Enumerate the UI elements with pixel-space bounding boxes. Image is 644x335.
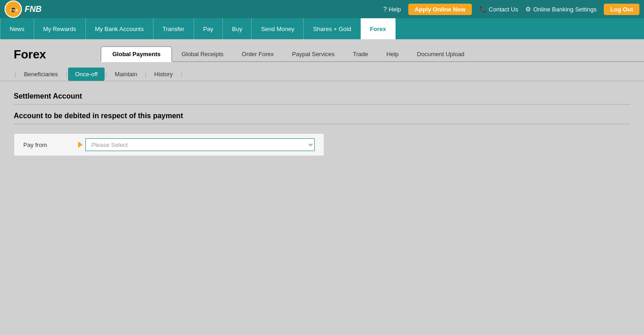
subnav-global-payments[interactable]: Global Payments	[100, 46, 172, 62]
phone-icon: 📞	[479, 5, 487, 13]
help-icon: ?	[383, 5, 387, 13]
top-bar: FNB FNB ? Help Apply Online Now 📞 Contac…	[0, 0, 644, 18]
debit-section-title: Account to be debited in respect of this…	[14, 112, 630, 124]
debit-section: Account to be debited in respect of this…	[14, 112, 630, 156]
nav-item-news[interactable]: News	[0, 18, 34, 39]
dropdown-arrow-icon	[78, 141, 83, 148]
tab-sep-2: |	[66, 71, 67, 78]
nav-item-send-money[interactable]: Send Money	[252, 18, 304, 39]
subnav-paypal-services[interactable]: Paypal Services	[283, 47, 343, 62]
pay-from-select[interactable]: Please Select	[85, 138, 315, 151]
top-bar-right: ? Help Apply Online Now 📞 Contact Us ⚙ O…	[383, 4, 639, 15]
fnb-logo: FNB FNB	[5, 0, 42, 18]
settings-link[interactable]: ⚙ Online Banking Settings	[525, 5, 596, 13]
fnb-logo-icon: FNB	[8, 4, 18, 14]
pay-from-row: Pay from Please Select	[14, 133, 324, 156]
subnav-global-receipts[interactable]: Global Receipts	[172, 47, 232, 62]
logout-button[interactable]: Log Out	[604, 4, 639, 15]
apply-online-button[interactable]: Apply Online Now	[408, 4, 472, 15]
contact-link[interactable]: 📞 Contact Us	[479, 5, 518, 13]
main-nav: News My Rewards My Bank Accounts Transfe…	[0, 18, 644, 39]
help-link[interactable]: ? Help	[383, 5, 401, 13]
gear-icon: ⚙	[525, 5, 531, 13]
forex-subnav: Global Payments Global Receipts Order Fo…	[100, 39, 644, 62]
nav-item-my-bank-accounts[interactable]: My Bank Accounts	[86, 18, 153, 39]
subnav-order-forex[interactable]: Order Forex	[232, 47, 283, 62]
logo-area: FNB FNB	[5, 0, 42, 18]
logo-circle: FNB	[5, 0, 22, 18]
tab-sep-1: |	[15, 71, 16, 78]
tab-sep-5: |	[180, 71, 182, 78]
nav-item-shares-gold[interactable]: Shares + Gold	[304, 18, 360, 39]
nav-item-transfer[interactable]: Transfer	[153, 18, 194, 39]
settings-label: Online Banking Settings	[533, 6, 596, 13]
tab-sep-4: |	[145, 71, 146, 78]
tab-once-off[interactable]: Once-off	[68, 68, 105, 81]
content-area: Forex Global Payments Global Receipts Or…	[0, 39, 644, 156]
nav-item-my-rewards[interactable]: My Rewards	[34, 18, 86, 39]
page-title: Forex	[14, 47, 87, 62]
tab-sep-3: |	[106, 71, 107, 78]
settlement-section: Settlement Account	[14, 92, 630, 105]
logo-text: FNB	[25, 5, 42, 14]
subnav-document-upload[interactable]: Document Upload	[408, 47, 474, 62]
nav-item-buy[interactable]: Buy	[223, 18, 252, 39]
svg-text:FNB: FNB	[11, 8, 18, 12]
contact-label: Contact Us	[489, 6, 518, 13]
pay-from-input-wrapper: Please Select	[78, 138, 315, 151]
pay-from-label: Pay from	[23, 141, 78, 148]
tab-row: | Beneficiaries | Once-off | Maintain | …	[0, 62, 644, 81]
nav-item-forex[interactable]: Forex	[361, 18, 396, 39]
subnav-help[interactable]: Help	[377, 47, 408, 62]
settlement-section-title: Settlement Account	[14, 92, 630, 105]
tab-history[interactable]: History	[148, 68, 179, 81]
tab-beneficiaries[interactable]: Beneficiaries	[17, 68, 64, 81]
nav-item-pay[interactable]: Pay	[194, 18, 223, 39]
tab-maintain[interactable]: Maintain	[108, 68, 144, 81]
subnav-trade[interactable]: Trade	[344, 47, 377, 62]
help-label: Help	[389, 6, 401, 13]
